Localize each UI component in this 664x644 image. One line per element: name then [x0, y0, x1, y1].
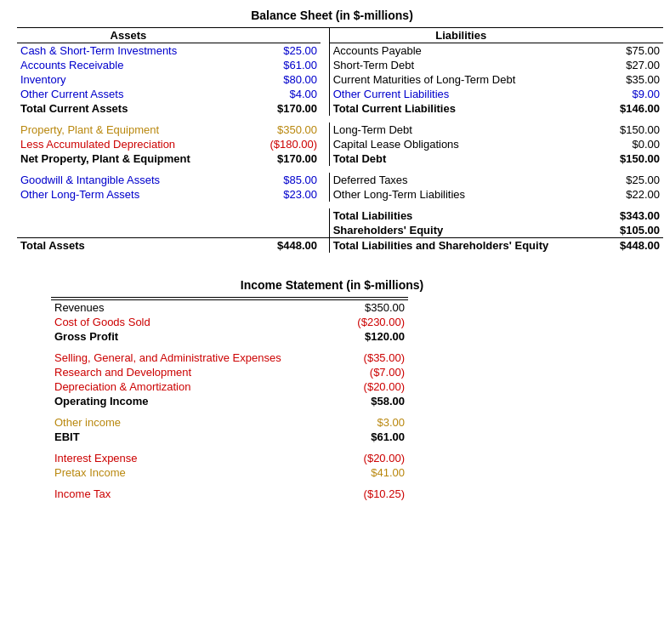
asset-label [17, 223, 240, 238]
income-label: Operating Income [51, 394, 340, 408]
income-label: Interest Expense [51, 451, 340, 465]
asset-value [240, 223, 321, 238]
assets-val-header [240, 28, 321, 43]
income-label: Income Tax [51, 487, 340, 501]
balance-sheet-table: Assets Liabilities Cash & Short-Term Inv… [17, 27, 663, 253]
liability-value: $448.00 [593, 238, 663, 254]
income-value: ($7.00) [340, 365, 408, 379]
income-label: Selling, General, and Administrative Exp… [51, 350, 340, 365]
asset-value: $170.00 [240, 101, 321, 116]
asset-value: $85.00 [240, 173, 321, 187]
liability-label: Total Liabilities [329, 208, 592, 223]
income-value: $41.00 [340, 465, 408, 480]
asset-label: Inventory [17, 72, 240, 87]
asset-value: $80.00 [240, 72, 321, 87]
asset-value: $350.00 [240, 123, 321, 137]
liability-label: Total Debt [329, 151, 592, 166]
liability-value: $150.00 [593, 151, 663, 166]
liability-label: Deferred Taxes [329, 173, 592, 187]
income-value: ($10.25) [340, 487, 408, 501]
asset-value: $448.00 [240, 238, 321, 254]
income-label: EBIT [51, 430, 340, 444]
income-value: ($230.00) [340, 315, 408, 329]
income-label: Revenues [51, 300, 340, 316]
balance-sheet-title: Balance Sheet (in $-millions) [17, 9, 647, 22]
asset-value: $61.00 [240, 58, 321, 72]
income-label: Other income [51, 415, 340, 430]
liability-label: Capital Lease Obligations [329, 137, 592, 151]
income-statement-title: Income Statement (in $-millions) [17, 278, 647, 292]
asset-label: Property, Plant & Equipment [17, 123, 240, 137]
asset-label: Net Property, Plant & Equipment [17, 151, 240, 166]
assets-header: Assets [17, 28, 240, 43]
liability-value: $27.00 [593, 58, 663, 72]
liability-label: Shareholders' Equity [329, 223, 592, 238]
liability-label: Long-Term Debt [329, 123, 592, 137]
liability-value: $146.00 [593, 101, 663, 116]
liability-label: Other Current Liabilities [329, 87, 592, 101]
asset-value: $4.00 [240, 87, 321, 101]
liability-label: Total Current Liabilities [329, 101, 592, 116]
asset-label: Cash & Short-Term Investments [17, 43, 240, 59]
asset-value [240, 208, 321, 223]
liability-label: Short-Term Debt [329, 58, 592, 72]
liability-value: $9.00 [593, 87, 663, 101]
asset-value: $170.00 [240, 151, 321, 166]
asset-label: Total Assets [17, 238, 240, 254]
asset-label: Accounts Receivable [17, 58, 240, 72]
balance-sheet-section: Balance Sheet (in $-millions) Assets Lia… [17, 9, 647, 253]
liability-value: $0.00 [593, 137, 663, 151]
asset-value: ($180.00) [240, 137, 321, 151]
income-statement-section: Income Statement (in $-millions) Revenue… [17, 278, 647, 501]
income-value: ($35.00) [340, 350, 408, 365]
liability-value: $150.00 [593, 123, 663, 137]
liability-label: Other Long-Term Liabilities [329, 187, 592, 202]
income-value: $120.00 [340, 329, 408, 344]
asset-label: Other Current Assets [17, 87, 240, 101]
liability-value: $75.00 [593, 43, 663, 59]
liability-value: $25.00 [593, 173, 663, 187]
asset-value: $25.00 [240, 43, 321, 59]
asset-value: $23.00 [240, 187, 321, 202]
income-value: $3.00 [340, 415, 408, 430]
liability-value: $343.00 [593, 208, 663, 223]
income-value: $61.00 [340, 430, 408, 444]
liability-label: Total Liabilities and Shareholders' Equi… [329, 238, 592, 254]
income-statement-table: Revenues $350.00 Cost of Goods Sold ($23… [51, 297, 408, 501]
asset-label [17, 208, 240, 223]
liability-value: $35.00 [593, 72, 663, 87]
income-label: Depreciation & Amortization [51, 379, 340, 394]
income-label: Pretax Income [51, 465, 340, 480]
income-value: ($20.00) [340, 379, 408, 394]
income-value: $58.00 [340, 394, 408, 408]
liabilities-header: Liabilities [329, 28, 592, 43]
liability-label: Accounts Payable [329, 43, 592, 59]
asset-label: Goodwill & Intangible Assets [17, 173, 240, 187]
income-value: $350.00 [340, 300, 408, 316]
asset-label: Less Accumulated Depreciation [17, 137, 240, 151]
asset-label: Total Current Assets [17, 101, 240, 116]
liabilities-val-header [593, 28, 663, 43]
liability-value: $22.00 [593, 187, 663, 202]
income-value: ($20.00) [340, 451, 408, 465]
income-label: Research and Development [51, 365, 340, 379]
asset-label: Other Long-Term Assets [17, 187, 240, 202]
liability-label: Current Maturities of Long-Term Debt [329, 72, 592, 87]
income-label: Gross Profit [51, 329, 340, 344]
liability-value: $105.00 [593, 223, 663, 238]
income-label: Cost of Goods Sold [51, 315, 340, 329]
